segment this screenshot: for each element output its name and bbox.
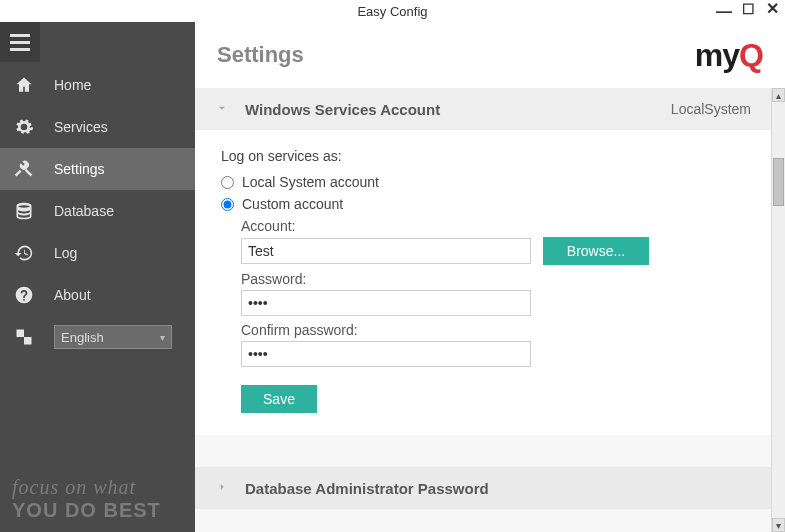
sidebar-item-label: Log (54, 245, 77, 261)
window-title: Easy Config (357, 4, 427, 19)
sidebar-item-label: Database (54, 203, 114, 219)
confirm-password-input[interactable] (241, 341, 531, 367)
logon-legend: Log on services as: (221, 148, 745, 164)
home-icon (12, 73, 36, 97)
sidebar-item-settings[interactable]: Settings (0, 148, 195, 190)
scrollbar[interactable]: ▴ ▾ (771, 88, 785, 532)
translate-icon (12, 325, 36, 349)
sidebar-item-log[interactable]: Log (0, 232, 195, 274)
sidebar-item-about[interactable]: About (0, 274, 195, 316)
sidebar-item-database[interactable]: Database (0, 190, 195, 232)
section-title: Database Administrator Password (245, 480, 751, 497)
help-icon (12, 283, 36, 307)
sidebar-item-label: Services (54, 119, 108, 135)
confirm-password-label: Confirm password: (241, 322, 745, 338)
scroll-up-button[interactable]: ▴ (772, 88, 785, 102)
maximize-icon[interactable]: ☐ (739, 1, 757, 17)
menu-toggle-button[interactable] (0, 22, 40, 62)
language-row: English ▾ (0, 316, 195, 358)
logo-text-my: my (695, 37, 739, 74)
radio-local-system[interactable] (221, 176, 234, 189)
wsa-panel: Log on services as: Local System account… (195, 130, 771, 435)
account-input[interactable] (241, 238, 531, 264)
browse-button[interactable]: Browse... (543, 237, 649, 265)
sidebar-item-services[interactable]: Services (0, 106, 195, 148)
sidebar-item-label: Settings (54, 161, 105, 177)
slogan-line1: focus on what (12, 476, 161, 499)
chevron-down-icon: ▾ (160, 332, 165, 343)
account-label: Account: (241, 218, 745, 234)
title-bar: Easy Config — ☐ ✕ (0, 0, 785, 22)
section-summary: LocalSystem (671, 101, 751, 117)
minimize-icon[interactable]: — (715, 4, 733, 20)
main-area: Settings myQ Windows Services Account Lo… (195, 22, 785, 532)
history-icon (12, 241, 36, 265)
radio-local-label: Local System account (242, 174, 379, 190)
settings-content: Windows Services Account LocalSystem Log… (195, 88, 771, 532)
scroll-down-button[interactable]: ▾ (772, 518, 785, 532)
language-value: English (61, 330, 104, 345)
save-button[interactable]: Save (241, 385, 317, 413)
radio-custom-label: Custom account (242, 196, 343, 212)
brand-logo: myQ (695, 37, 763, 74)
scroll-thumb[interactable] (773, 158, 784, 206)
nav-list: Home Services Settings Database Log Abou… (0, 64, 195, 358)
database-icon (12, 199, 36, 223)
page-title: Settings (217, 42, 304, 68)
section-title: Windows Services Account (245, 101, 671, 118)
chevron-down-icon (215, 101, 229, 118)
sidebar: Home Services Settings Database Log Abou… (0, 22, 195, 532)
chevron-right-icon (215, 480, 229, 497)
section-header-dap[interactable]: Database Administrator Password (195, 467, 771, 509)
sidebar-item-home[interactable]: Home (0, 64, 195, 106)
page-header: Settings myQ (195, 22, 785, 88)
logo-text-q: Q (739, 37, 763, 74)
gear-icon (12, 115, 36, 139)
slogan: focus on what YOU DO BEST (12, 476, 161, 522)
sidebar-item-label: Home (54, 77, 91, 93)
sidebar-item-label: About (54, 287, 91, 303)
language-select[interactable]: English ▾ (54, 325, 172, 349)
slogan-line2: YOU DO BEST (12, 499, 161, 522)
password-input[interactable] (241, 290, 531, 316)
radio-custom-account[interactable] (221, 198, 234, 211)
window-controls: — ☐ ✕ (715, 1, 781, 17)
close-icon[interactable]: ✕ (763, 1, 781, 17)
tools-icon (12, 157, 36, 181)
password-label: Password: (241, 271, 745, 287)
section-header-wsa[interactable]: Windows Services Account LocalSystem (195, 88, 771, 130)
